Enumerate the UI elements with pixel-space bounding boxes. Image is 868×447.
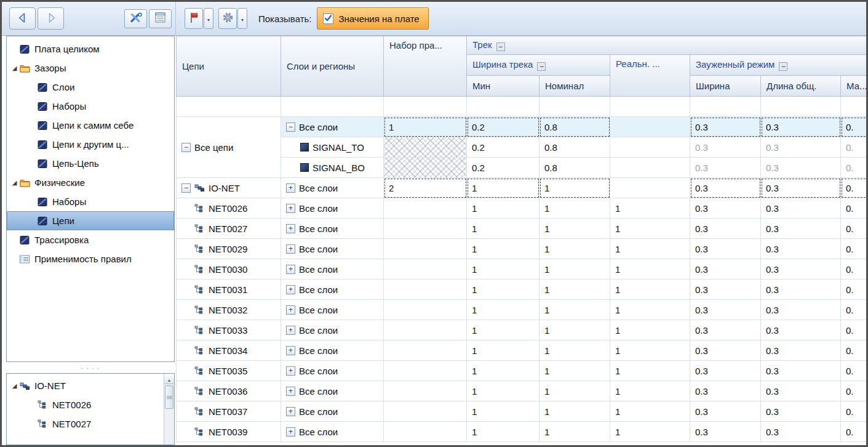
layer-cell[interactable]: Все слои	[281, 340, 384, 361]
value-cell-width[interactable]: 0.3	[690, 340, 761, 361]
rules-tree-item[interactable]: Применимость правил	[7, 249, 174, 268]
value-cell-nominal[interactable]: 1	[540, 280, 610, 300]
value-cell-width[interactable]: 0.3	[690, 401, 761, 422]
net-cell[interactable]: NET0027	[177, 219, 281, 239]
ruleset-hatch-cell[interactable]	[384, 158, 467, 178]
value-cell-length[interactable]: 0.3	[761, 340, 841, 361]
nets-tree-item[interactable]: IO-NET	[7, 376, 174, 395]
ruleset-cell[interactable]	[384, 219, 467, 239]
value-cell-min[interactable]: 1	[467, 401, 540, 422]
value-cell-min[interactable]: 1	[467, 198, 540, 219]
value-cell-real[interactable]: 1	[610, 401, 690, 422]
value-cell-length[interactable]: 0.3	[761, 381, 841, 401]
value-cell-width[interactable]: 0.3	[690, 320, 761, 340]
tools-button[interactable]	[124, 9, 147, 28]
column-header-max[interactable]: Ма...	[841, 76, 867, 97]
value-cell-length[interactable]: 0.3	[761, 401, 841, 422]
value-cell-nominal[interactable]: 1	[540, 340, 610, 361]
value-cell-max[interactable]: 0.	[841, 340, 867, 361]
value-cell-nominal[interactable]: 1	[540, 219, 610, 239]
value-cell-min[interactable]: 1	[467, 340, 540, 361]
ruleset-cell[interactable]	[384, 320, 467, 340]
settings-dropdown-button[interactable]	[237, 8, 247, 29]
rules-tree-item[interactable]: Слои	[7, 78, 174, 97]
value-cell-nominal[interactable]: 1	[540, 401, 610, 422]
value-cell-max[interactable]: 0.	[841, 401, 867, 422]
layer-cell[interactable]: Все слои	[281, 422, 384, 442]
ruleset-cell[interactable]	[384, 361, 467, 381]
value-cell-max[interactable]: 0.	[841, 280, 867, 300]
layer-cell[interactable]: Все слои	[281, 239, 384, 259]
rules-tree-item[interactable]: Цепи к другим ц...	[7, 135, 174, 154]
expand-button[interactable]	[286, 407, 295, 416]
value-cell-nominal[interactable]: 0.8	[540, 137, 610, 158]
ruleset-cell[interactable]	[384, 401, 467, 422]
value-cell-width[interactable]: 0.3	[690, 137, 761, 158]
value-cell-min[interactable]: 0.2	[467, 158, 540, 178]
net-cell[interactable]: IO-NET	[177, 178, 281, 198]
net-cell[interactable]: NET0026	[177, 198, 281, 219]
expand-button[interactable]	[286, 326, 295, 335]
rules-tree-item[interactable]: Физические	[7, 173, 174, 192]
value-cell-length[interactable]: 0.3	[761, 178, 841, 198]
ruleset-cell[interactable]	[384, 422, 467, 442]
value-cell-max[interactable]: 0.	[841, 117, 867, 137]
value-cell-length[interactable]: 0.3	[761, 422, 841, 442]
ruleset-cell[interactable]	[384, 300, 467, 320]
value-cell-real[interactable]: 1	[610, 340, 690, 361]
value-cell-min[interactable]: 1	[467, 381, 540, 401]
value-cell-max[interactable]: 0.	[841, 137, 867, 158]
column-header-real[interactable]: Реальн. ...	[610, 55, 690, 97]
value-cell-real[interactable]: 1	[610, 280, 690, 300]
expand-button[interactable]	[286, 366, 295, 376]
value-cell-real[interactable]: 1	[610, 198, 690, 219]
ruleset-cell[interactable]	[384, 198, 467, 219]
expanded-triangle-icon[interactable]	[9, 179, 20, 186]
value-cell-min[interactable]: 1	[467, 178, 540, 198]
rules-tree-item[interactable]: Наборы	[7, 192, 174, 211]
value-cell-max[interactable]: 0.	[841, 422, 867, 442]
value-cell-width[interactable]: 0.3	[690, 158, 761, 178]
value-cell-real[interactable]: 1	[610, 259, 690, 280]
ruleset-cell[interactable]	[384, 239, 467, 259]
value-cell-real[interactable]	[610, 137, 690, 158]
column-header-ruleset[interactable]: Набор пра...	[384, 36, 467, 97]
value-cell-length[interactable]: 0.3	[761, 158, 841, 178]
layer-cell[interactable]: Все слои	[281, 178, 384, 198]
collapse-icon[interactable]	[496, 42, 505, 51]
ruleset-cell[interactable]	[384, 381, 467, 401]
layer-cell[interactable]: Все слои	[281, 361, 384, 381]
ruleset-cell[interactable]: 1	[384, 117, 467, 137]
value-cell-nominal[interactable]: 1	[540, 361, 610, 381]
net-cell[interactable]: NET0030	[177, 259, 281, 280]
value-cell-max[interactable]: 0.	[841, 239, 867, 259]
collapse-icon[interactable]	[537, 62, 546, 71]
value-cell-min[interactable]: 1	[467, 239, 540, 259]
net-cell[interactable]: NET0035	[177, 361, 281, 381]
net-cell[interactable]: NET0036	[177, 381, 281, 401]
column-header-total-length[interactable]: Длина общ.	[761, 76, 841, 97]
expand-button[interactable]	[286, 204, 295, 213]
value-cell-width[interactable]: 0.3	[690, 178, 761, 198]
ruleset-cell[interactable]	[384, 259, 467, 280]
expanded-triangle-icon[interactable]	[9, 382, 20, 389]
net-cell[interactable]: NET0029	[177, 239, 281, 259]
rules-tree-item[interactable]: Зазоры	[7, 58, 174, 78]
value-cell-width[interactable]: 0.3	[690, 117, 761, 137]
splitter-handle[interactable]	[6, 362, 175, 373]
value-cell-length[interactable]: 0.3	[761, 300, 841, 320]
ruleset-hatch-cell[interactable]	[384, 137, 467, 158]
value-cell-max[interactable]: 0.	[841, 300, 867, 320]
column-header-width[interactable]: Ширина	[690, 76, 761, 97]
value-cell-nominal[interactable]: 0.8	[540, 117, 610, 137]
value-cell-max[interactable]: 0.	[841, 178, 867, 198]
value-cell-length[interactable]: 0.3	[761, 137, 841, 158]
ruleset-cell[interactable]: 2	[384, 178, 467, 198]
rules-tree-item[interactable]: Цепь-Цепь	[7, 154, 174, 173]
net-cell[interactable]: NET0039	[177, 422, 281, 442]
expand-button[interactable]	[286, 346, 295, 355]
collapse-button[interactable]	[286, 123, 295, 132]
expand-button[interactable]	[286, 387, 295, 396]
rules-tree-item[interactable]: Наборы	[7, 97, 174, 116]
expand-button[interactable]	[286, 265, 295, 274]
